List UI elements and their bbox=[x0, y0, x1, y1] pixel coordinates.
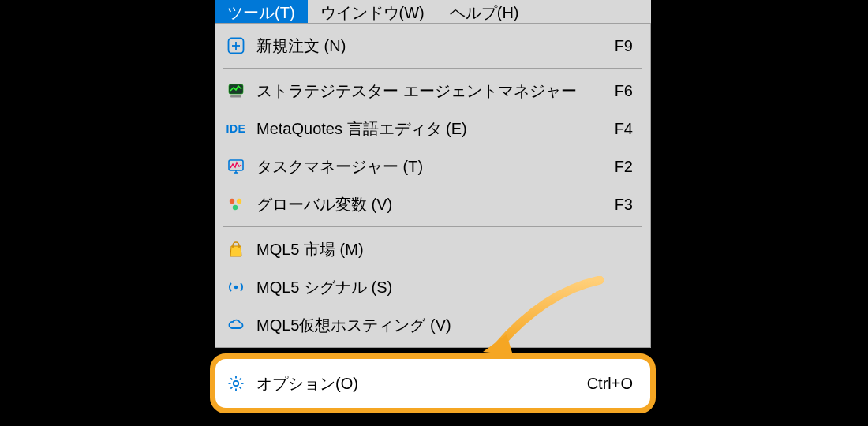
gear-icon bbox=[226, 374, 245, 393]
menu-item-metaquotes-editor[interactable]: IDE MetaQuotes 言語エディタ (E) F4 bbox=[215, 110, 650, 148]
new-order-icon bbox=[226, 36, 245, 55]
menu-item-mql5-vps[interactable]: MQL5仮想ホスティング (V) bbox=[215, 306, 650, 344]
menu-item-shortcut: F9 bbox=[615, 37, 633, 55]
menu-item-new-order[interactable]: 新規注文 (N) F9 bbox=[215, 27, 650, 65]
menu-item-label: グローバル変数 (V) bbox=[256, 194, 602, 215]
menu-item-label: ストラテジテスター エージェントマネジャー bbox=[256, 80, 602, 102]
svg-point-10 bbox=[233, 205, 238, 210]
menu-item-strategy-tester[interactable]: ストラテジテスター エージェントマネジャー F6 bbox=[215, 72, 650, 110]
menu-item-global-vars[interactable]: グローバル変数 (V) F3 bbox=[215, 185, 650, 223]
svg-point-9 bbox=[237, 199, 241, 204]
menubar-item-tools[interactable]: ツール(T) bbox=[215, 0, 308, 23]
svg-point-11 bbox=[234, 286, 238, 290]
tools-dropdown: 新規注文 (N) F9 ストラテジテスター エージェントマネジャー F6 IDE… bbox=[215, 24, 651, 348]
svg-line-20 bbox=[240, 378, 241, 379]
tools-menu-container: ツール(T) ウインドウ(W) ヘルプ(H) 新規注文 (N) F9 ストラテジ… bbox=[215, 0, 651, 348]
task-manager-icon bbox=[226, 157, 245, 176]
svg-rect-4 bbox=[230, 95, 241, 98]
ide-icon: IDE bbox=[226, 119, 245, 138]
menubar-item-window[interactable]: ウインドウ(W) bbox=[308, 0, 437, 23]
global-vars-icon bbox=[226, 195, 245, 214]
menubar: ツール(T) ウインドウ(W) ヘルプ(H) bbox=[215, 0, 651, 24]
menu-item-task-manager[interactable]: タスクマネージャー (T) F2 bbox=[215, 148, 650, 185]
shopping-bag-icon bbox=[226, 240, 245, 259]
menu-item-label: MQL5 シグナル (S) bbox=[256, 277, 620, 298]
svg-point-12 bbox=[234, 381, 238, 386]
menu-item-label: タスクマネージャー (T) bbox=[256, 156, 602, 178]
menu-separator bbox=[223, 226, 642, 227]
menu-item-label: 新規注文 (N) bbox=[256, 36, 602, 57]
menu-item-mql5-signals[interactable]: MQL5 シグナル (S) bbox=[215, 268, 650, 306]
menu-item-mql5-market[interactable]: MQL5 市場 (M) bbox=[215, 230, 650, 268]
svg-point-8 bbox=[230, 199, 234, 204]
svg-line-18 bbox=[240, 387, 241, 389]
menu-item-label: MetaQuotes 言語エディタ (E) bbox=[256, 118, 602, 140]
menu-item-label: MQL5仮想ホスティング (V) bbox=[256, 315, 620, 336]
menubar-item-help[interactable]: ヘルプ(H) bbox=[437, 0, 532, 23]
menu-item-shortcut: F3 bbox=[615, 196, 633, 214]
menu-item-shortcut: Ctrl+O bbox=[587, 375, 633, 393]
svg-line-19 bbox=[230, 387, 232, 389]
menu-item-shortcut: F2 bbox=[615, 158, 633, 176]
strategy-tester-icon bbox=[226, 81, 245, 100]
menu-item-shortcut: F4 bbox=[615, 120, 633, 138]
options-highlight-callout: オプション(O) Ctrl+O bbox=[210, 353, 656, 413]
menu-item-shortcut: F6 bbox=[615, 82, 633, 100]
menu-separator bbox=[223, 68, 642, 69]
svg-line-17 bbox=[230, 378, 232, 379]
menu-item-label: MQL5 市場 (M) bbox=[256, 239, 620, 260]
menu-item-label: オプション(O) bbox=[256, 373, 574, 394]
menu-item-options[interactable]: オプション(O) Ctrl+O bbox=[215, 359, 650, 408]
cloud-icon bbox=[226, 316, 245, 334]
signals-icon bbox=[226, 278, 245, 297]
